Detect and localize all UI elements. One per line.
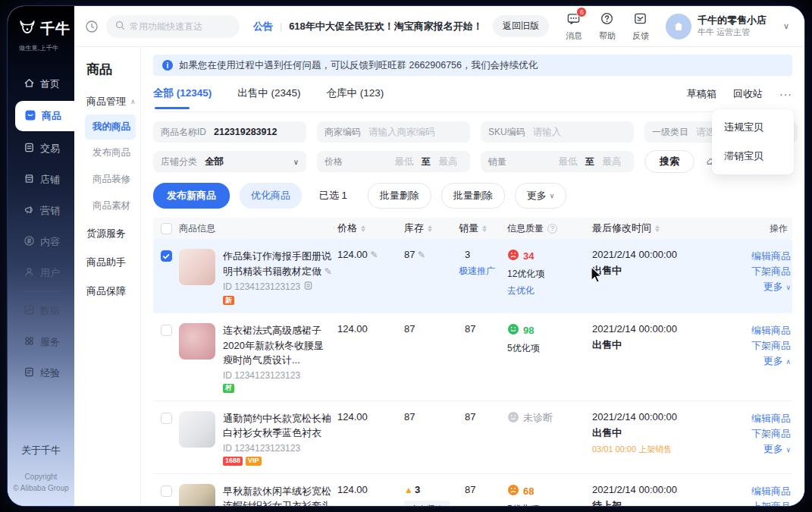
- sidenav-group-goods-management[interactable]: 商品管理 ∧: [74, 89, 140, 115]
- experience-icon: [24, 366, 35, 380]
- row-checkbox[interactable]: [161, 325, 172, 336]
- filter-price-range[interactable]: 价格 至: [317, 151, 470, 172]
- sales-max-input[interactable]: [597, 156, 626, 167]
- announcement-label[interactable]: 公告: [253, 20, 273, 33]
- table-row[interactable]: 通勤简约中长款宽松长袖白衬衫女秋季蓝色衬衣 ID 1234123123123 1…: [153, 401, 792, 474]
- product-image[interactable]: [179, 249, 215, 285]
- recycle-bin-link[interactable]: 回收站: [733, 87, 763, 101]
- dropdown-item-violation-goods[interactable]: 违规宝贝: [712, 113, 794, 142]
- sidebar-item-data[interactable]: 数据: [8, 295, 74, 326]
- table-row[interactable]: 连衣裙法式高级感裙子2020年新款秋冬收腰显瘦时尚气质设计... ID 1234…: [153, 313, 792, 401]
- edit-pencil-icon[interactable]: ✎: [324, 266, 332, 277]
- sort-icon[interactable]: [361, 225, 365, 232]
- help-circle-icon[interactable]: ?: [547, 224, 557, 234]
- about-qianniu-link[interactable]: 关于千牛: [8, 444, 74, 457]
- product-title[interactable]: 作品集订作海报手图册说明书精装书籍教材定做 ✎: [223, 249, 333, 278]
- filter-sku-code[interactable]: SKU编码: [481, 121, 634, 143]
- account-menu[interactable]: 千牛的零售小店 牛牛 运营主管: [666, 14, 767, 39]
- store-name: 千牛的零售小店: [698, 14, 767, 27]
- row-checkbox[interactable]: [161, 413, 172, 424]
- product-image[interactable]: [179, 484, 215, 507]
- sku-code-input[interactable]: [533, 127, 626, 137]
- drafts-link[interactable]: 草稿箱: [687, 87, 716, 101]
- sidenav-item-supply-service[interactable]: 货源服务: [74, 219, 140, 248]
- dropdown-item-slow-selling-goods[interactable]: 滞销宝贝: [712, 142, 794, 171]
- filter-sales-range[interactable]: 销量 至: [481, 151, 634, 172]
- batch-delete-button[interactable]: 批量删除: [368, 183, 431, 209]
- delist-product-link[interactable]: 下架商品: [727, 426, 791, 441]
- help-button[interactable]: 帮助: [599, 11, 616, 42]
- product-image[interactable]: [179, 323, 215, 360]
- product-title[interactable]: 连衣裙法式高级感裙子2020年新款秋冬收腰显瘦时尚气质设计...: [223, 323, 333, 368]
- announcement-text[interactable]: 618年中大促全民狂欢！淘宝商家报名开始！: [289, 20, 483, 33]
- batch-delete-button-2[interactable]: 批量删除: [441, 183, 505, 209]
- copy-icon[interactable]: [303, 281, 313, 293]
- go-optimize-link[interactable]: 去优化: [507, 284, 592, 297]
- sidenav-item-goods-guarantee[interactable]: 商品保障: [74, 277, 140, 306]
- sales-min-input[interactable]: [553, 156, 582, 167]
- select-all-checkbox[interactable]: [161, 223, 172, 234]
- sidebar-item-trade[interactable]: 交易: [8, 133, 74, 164]
- tab-all[interactable]: 全部 (12345): [153, 86, 212, 109]
- publish-new-product-button[interactable]: 发布新商品: [153, 183, 230, 209]
- more-actions-button[interactable]: 更多 ∨: [515, 183, 567, 209]
- filter-shop-category[interactable]: 店铺分类 全部 ∨: [153, 151, 306, 172]
- sidebar-item-users[interactable]: 用户: [8, 257, 74, 288]
- sidenav-item-goods-decoration[interactable]: 商品装修: [74, 166, 140, 193]
- sidenav-item-goods-assistant[interactable]: 商品助手: [74, 248, 140, 277]
- more-link[interactable]: 更多 ∨: [727, 279, 791, 294]
- feedback-button[interactable]: 反馈: [632, 11, 649, 42]
- sidebar-item-services[interactable]: 服务: [8, 326, 74, 357]
- sort-icon[interactable]: [428, 225, 432, 232]
- sort-icon[interactable]: [482, 225, 487, 232]
- edit-product-link[interactable]: 编辑商品: [727, 323, 791, 338]
- delist-product-link[interactable]: 下架商品: [727, 264, 791, 279]
- merchant-code-input[interactable]: [368, 127, 462, 137]
- table-row[interactable]: 早秋新款休闲羊绒衫宽松连帽针织衫女卫衣衫套头女士毛衣百搭打底 ID 123412…: [153, 474, 792, 507]
- optimize-products-button[interactable]: 优化商品: [240, 183, 302, 209]
- table-row[interactable]: 作品集订作海报手图册说明书精装书籍教材定做 ✎ ID 1234123123123…: [153, 239, 792, 313]
- sidebar-item-home[interactable]: 首页: [8, 68, 74, 99]
- price-max-input[interactable]: [434, 156, 462, 167]
- tab-on-sale[interactable]: 出售中 (2345): [237, 86, 300, 109]
- search-input[interactable]: [130, 21, 230, 32]
- list-product-link[interactable]: 上架商品: [727, 499, 791, 506]
- edit-product-link[interactable]: 编辑商品: [727, 411, 791, 426]
- filter-merchant-code[interactable]: 商家编码: [317, 121, 470, 143]
- more-dropdown-menu: 违规宝贝 滞销宝贝: [712, 109, 794, 174]
- more-dots-icon[interactable]: ···: [779, 88, 792, 100]
- product-image[interactable]: [179, 411, 215, 448]
- sidebar-item-shop[interactable]: 店铺: [8, 164, 74, 195]
- tab-in-warehouse[interactable]: 仓库中 (123): [327, 86, 384, 109]
- filter-product-name-id[interactable]: 商品名称ID: [153, 121, 306, 143]
- sidebar-item-goods[interactable]: 商品: [15, 101, 74, 131]
- chevron-down-icon[interactable]: ∨: [783, 21, 789, 31]
- more-link[interactable]: 更多 ∧: [727, 353, 791, 369]
- more-link[interactable]: 更多 ∨: [727, 441, 791, 457]
- product-title[interactable]: 通勤简约中长款宽松长袖白衬衫女秋季蓝色衬衣: [223, 411, 333, 441]
- sidebar-item-marketing[interactable]: 营销: [8, 195, 74, 226]
- sort-icon[interactable]: [655, 225, 660, 232]
- edit-pencil-icon[interactable]: ✎: [418, 250, 425, 260]
- edit-product-link[interactable]: 编辑商品: [727, 484, 791, 499]
- edit-pencil-icon[interactable]: ✎: [370, 250, 378, 260]
- price-min-input[interactable]: [390, 156, 419, 167]
- speed-promote-link[interactable]: 极速推广: [459, 265, 495, 278]
- history-icon[interactable]: [85, 20, 99, 33]
- quick-search[interactable]: [106, 15, 240, 38]
- search-button[interactable]: 搜索: [644, 150, 694, 173]
- sidebar-item-experience[interactable]: 经验: [8, 357, 74, 388]
- row-checkbox[interactable]: [161, 485, 172, 497]
- sidenav-item-my-goods[interactable]: 我的商品: [85, 115, 136, 140]
- messages-button[interactable]: 6 消息: [566, 11, 582, 42]
- sidenav-item-goods-material[interactable]: 商品素材: [74, 193, 140, 219]
- row-checkbox[interactable]: [161, 250, 172, 262]
- modified-cell: 2021/2/14 00:00:00 出售中: [592, 323, 727, 393]
- product-title[interactable]: 早秋新款休闲羊绒衫宽松连帽针织衫女卫衣衫套头女士毛衣百搭打底: [223, 484, 333, 507]
- sidenav-item-publish-goods[interactable]: 发布商品: [74, 140, 140, 166]
- product-name-id-input[interactable]: [214, 127, 299, 137]
- delist-product-link[interactable]: 下架商品: [727, 338, 791, 353]
- sidebar-item-content[interactable]: 内容: [8, 226, 74, 257]
- edit-product-link[interactable]: 编辑商品: [727, 249, 791, 264]
- back-to-old-version-button[interactable]: 返回旧版: [493, 15, 549, 37]
